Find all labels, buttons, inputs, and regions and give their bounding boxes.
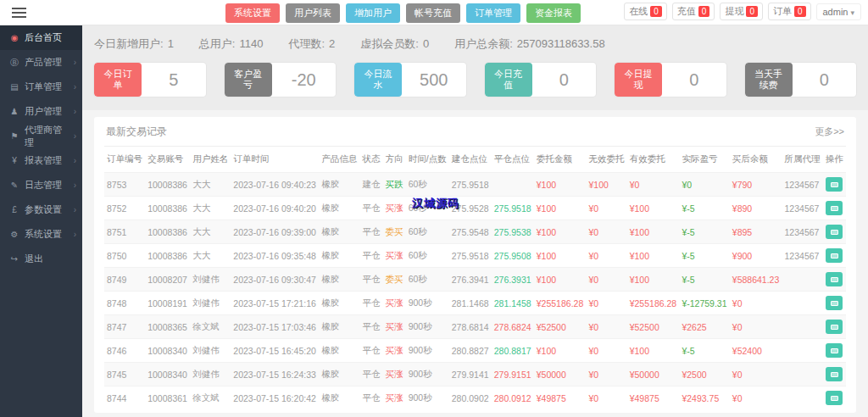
more-link[interactable]: 更多>>	[815, 125, 844, 138]
column-header: 状态	[359, 147, 382, 173]
user-menu[interactable]: admin▾	[816, 3, 862, 20]
cell-time: 2023-07-15 16:20:42	[231, 386, 319, 410]
order-detail-button[interactable]	[826, 343, 843, 358]
cell-pnl: ¥-12759.31	[679, 292, 729, 315]
sidebar-item[interactable]: ✎日志管理›	[0, 173, 82, 197]
cell-valid: ¥50000	[627, 363, 680, 386]
table-row: 875010008386大大2023-07-16 09:35:48橡胶平仓买涨6…	[104, 244, 846, 268]
counter-label: 订单	[773, 5, 792, 18]
cell-valid: ¥52500	[627, 315, 680, 339]
counter-label: 提现	[725, 5, 743, 18]
counter-pill[interactable]: 订单0	[768, 3, 811, 20]
order-detail-button[interactable]	[826, 391, 843, 405]
cell-balance: ¥0	[730, 363, 782, 386]
stat-card: 今日流水500	[354, 63, 466, 97]
stat: 用户总余额:257093118633.58	[454, 36, 605, 52]
cell-balance: ¥588641.23	[730, 268, 782, 292]
cell-open_pos: 280.8827	[449, 339, 492, 363]
cell-amount: ¥100	[534, 339, 587, 363]
cell-duration: 900秒	[406, 292, 449, 315]
table-row: 875310008386大大2023-07-16 09:40:23橡胶建仓买跌6…	[104, 173, 846, 197]
sidebar-item[interactable]: £参数设置›	[0, 197, 82, 222]
cell-time: 2023-07-16 09:35:48	[231, 244, 319, 268]
cell-open_pos: 279.9141	[449, 363, 492, 386]
card-label: 当天手续费	[745, 63, 793, 97]
order-detail-button[interactable]	[826, 367, 843, 381]
counter-badge: 0	[794, 6, 806, 17]
cell-balance: ¥52400	[730, 339, 782, 363]
stats-bar: 今日新增用户:1总用户:1140代理数:2虚拟会员数:0用户总余额:257093…	[94, 36, 856, 52]
column-header: 实际盈亏	[679, 147, 729, 173]
counter-badge: 0	[746, 6, 758, 17]
cell-name: 刘健伟	[190, 292, 231, 315]
stat: 今日新增用户:1	[94, 36, 174, 52]
cell-account: 10008340	[145, 339, 190, 363]
sidebar-item[interactable]: ⚑代理商管理›	[0, 124, 82, 148]
cell-time: 2023-07-16 09:39:00	[231, 220, 319, 244]
cell-close_pos: 276.3931	[492, 268, 534, 292]
cell-amount: ¥255186.28	[534, 292, 587, 315]
order-detail-button[interactable]	[826, 296, 843, 310]
quick-button[interactable]: 系统设置	[225, 3, 280, 23]
sidebar: ◉后台首页Ⓑ产品管理›▤订单管理›♟用户管理›⚑代理商管理›¥报表管理›✎日志管…	[0, 25, 82, 417]
cell-action	[823, 315, 846, 339]
table-title: 最新交易记录	[106, 125, 167, 139]
cell-balance: ¥0	[730, 386, 782, 410]
cell-duration: 900秒	[406, 339, 449, 363]
cell-valid: ¥100	[627, 244, 680, 268]
card-label: 今日提现	[615, 63, 662, 97]
sidebar-item[interactable]: ▤订单管理›	[0, 75, 82, 99]
cell-action	[823, 363, 846, 386]
cell-account: 10008386	[145, 220, 190, 244]
settings-icon: ⚙	[9, 230, 19, 239]
column-header: 有效委托	[627, 147, 680, 173]
quick-button[interactable]: 资金报表	[526, 3, 581, 23]
sidebar-item-label: 代理商管理	[25, 124, 69, 149]
order-detail-button[interactable]	[826, 248, 843, 263]
stat-card: 今日提现0	[615, 63, 726, 97]
cell-action	[823, 197, 846, 220]
cell-amount: ¥100	[534, 244, 587, 268]
cell-duration: 60秒	[406, 220, 449, 244]
counter-pill[interactable]: 在线0	[624, 3, 667, 20]
quick-button[interactable]: 帐号充值	[406, 3, 460, 23]
quick-button[interactable]: 增加用户	[346, 3, 400, 23]
order-detail-button[interactable]	[826, 320, 843, 334]
order-detail-button[interactable]	[826, 225, 843, 239]
counter-pill[interactable]: 充值0	[672, 3, 715, 20]
quick-button[interactable]: 订单管理	[466, 3, 520, 23]
cell-agent: 1234567	[782, 220, 823, 244]
detail-icon	[831, 325, 838, 330]
stat-label: 虚拟会员数:	[360, 37, 419, 50]
order-detail-button[interactable]	[826, 201, 843, 215]
sidebar-item-label: 日志管理	[25, 179, 62, 192]
cell-action	[823, 339, 846, 363]
cell-invalid: ¥100	[587, 173, 627, 197]
product-icon: Ⓑ	[9, 57, 19, 69]
cell-agent: 1234567	[782, 173, 823, 197]
sidebar-item[interactable]: ◉后台首页	[0, 25, 82, 50]
cell-open_pos: 280.0902	[449, 386, 492, 410]
quick-button[interactable]: 用户列表	[286, 3, 340, 23]
cell-status: 平仓	[359, 292, 382, 315]
table-row: 874510008340刘健伟2023-07-15 16:24:33橡胶平仓买涨…	[104, 363, 846, 386]
cell-product: 橡胶	[319, 220, 359, 244]
counter-pill[interactable]: 提现0	[720, 3, 763, 20]
card-label: 今日充值	[485, 63, 532, 97]
order-detail-button[interactable]	[826, 177, 843, 192]
sidebar-item[interactable]: ↪退出	[0, 247, 82, 271]
cell-order_id: 8750	[104, 244, 145, 268]
sidebar-item[interactable]: ⚙系统设置›	[0, 222, 82, 247]
sidebar-item[interactable]: ¥报表管理›	[0, 148, 82, 173]
cell-action	[823, 268, 846, 292]
table-row: 874710008365徐文斌2023-07-15 17:03:46橡胶平仓买涨…	[104, 315, 846, 339]
order-detail-button[interactable]	[826, 272, 843, 286]
detail-icon	[831, 301, 838, 306]
cell-status: 平仓	[359, 363, 382, 386]
sidebar-item[interactable]: ♟用户管理›	[0, 99, 82, 124]
stat-value: 0	[423, 37, 429, 50]
sidebar-item[interactable]: Ⓑ产品管理›	[0, 50, 82, 75]
detail-icon	[831, 230, 838, 235]
sidebar-toggle-icon[interactable]	[12, 8, 26, 18]
cell-open_pos: 275.9548	[449, 220, 492, 244]
